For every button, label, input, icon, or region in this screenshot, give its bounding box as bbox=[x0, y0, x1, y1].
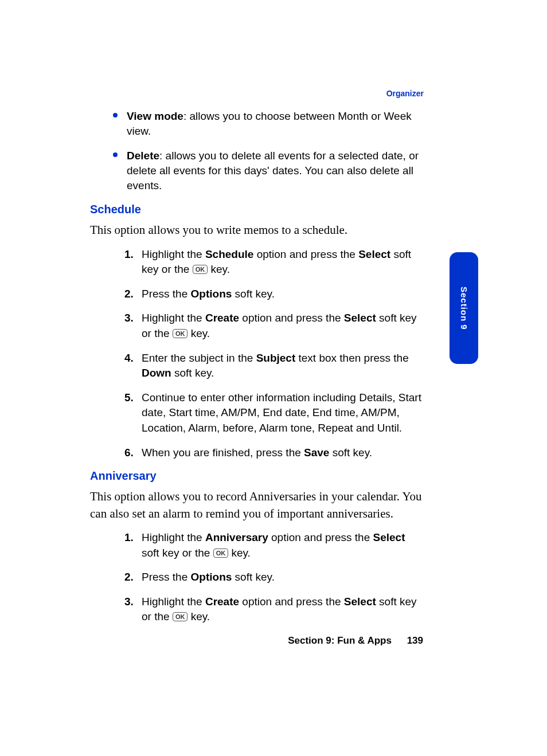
step-text: option and press the bbox=[239, 596, 344, 608]
step-bold: Save bbox=[304, 446, 329, 459]
step-text: soft key or the bbox=[142, 547, 213, 559]
ok-key-icon: OK bbox=[213, 549, 229, 558]
page-content: View mode: allows you to choose between … bbox=[90, 86, 423, 634]
step-bold: Subject bbox=[256, 352, 296, 364]
bullet-list: View mode: allows you to choose between … bbox=[113, 109, 423, 193]
step-bold: Select bbox=[358, 248, 390, 260]
bullet-item-view-mode: View mode: allows you to choose between … bbox=[113, 109, 423, 138]
step-text: option and press the bbox=[268, 531, 373, 543]
step-text: When you are finished, press the bbox=[142, 446, 304, 459]
step-text: key. bbox=[187, 327, 210, 339]
bullet-title: Delete bbox=[127, 150, 159, 162]
bullet-title: View mode bbox=[127, 110, 183, 122]
bullet-icon bbox=[113, 152, 118, 157]
step-bold: Options bbox=[191, 288, 232, 300]
list-item: 5. Continue to enter other information i… bbox=[124, 390, 423, 436]
heading-schedule: Schedule bbox=[90, 203, 423, 216]
list-item: 3. Highlight the Create option and press… bbox=[124, 594, 423, 625]
step-bold: Schedule bbox=[205, 248, 253, 260]
ok-key-icon: OK bbox=[173, 329, 188, 338]
step-text: option and press the bbox=[239, 312, 344, 324]
step-number: 3. bbox=[124, 311, 134, 326]
step-number: 3. bbox=[124, 594, 134, 610]
intro-anniversary: This option allows you to record Anniver… bbox=[90, 488, 423, 522]
step-number: 2. bbox=[124, 570, 134, 585]
footer-section-label: Section 9: Fun & Apps bbox=[288, 635, 392, 646]
step-bold: Options bbox=[191, 571, 232, 583]
bullet-item-delete: Delete: allows you to delete all events … bbox=[113, 148, 423, 193]
step-bold: Create bbox=[205, 596, 239, 608]
anniversary-steps: 1. Highlight the Anniversary option and … bbox=[124, 530, 423, 625]
footer-page-number: 139 bbox=[407, 635, 423, 646]
step-text: Press the bbox=[142, 288, 191, 300]
list-item: 2. Press the Options soft key. bbox=[124, 570, 423, 585]
step-number: 4. bbox=[124, 351, 134, 366]
step-text: key. bbox=[208, 263, 230, 275]
step-number: 1. bbox=[124, 530, 134, 546]
step-bold: Select bbox=[344, 312, 376, 324]
step-text: Highlight the bbox=[142, 248, 205, 260]
section-side-tab: Section 9 bbox=[450, 252, 478, 364]
step-text: Highlight the bbox=[142, 596, 205, 608]
list-item: 1. Highlight the Schedule option and pre… bbox=[124, 247, 423, 277]
step-text: soft key. bbox=[329, 446, 372, 459]
step-text: key. bbox=[187, 610, 210, 622]
step-number: 2. bbox=[124, 287, 134, 302]
step-text: soft key. bbox=[171, 367, 214, 379]
step-text: Press the bbox=[142, 571, 191, 583]
step-number: 1. bbox=[124, 247, 134, 263]
side-tab-label: Section 9 bbox=[459, 287, 469, 330]
step-text: Enter the subject in the bbox=[142, 352, 256, 364]
step-text: soft key. bbox=[232, 571, 275, 583]
list-item: 1. Highlight the Anniversary option and … bbox=[124, 530, 423, 561]
step-bold: Create bbox=[205, 312, 239, 324]
step-number: 5. bbox=[124, 390, 134, 406]
list-item: 3. Highlight the Create option and press… bbox=[124, 311, 423, 341]
heading-anniversary: Anniversary bbox=[90, 469, 423, 483]
step-text: key. bbox=[228, 547, 251, 559]
step-text: Highlight the bbox=[142, 312, 205, 324]
list-item: 2. Press the Options soft key. bbox=[124, 287, 423, 302]
page-footer: Section 9: Fun & Apps 139 bbox=[0, 635, 423, 647]
bullet-text: : allows you to delete all events for a … bbox=[127, 150, 419, 191]
step-number: 6. bbox=[124, 445, 134, 461]
step-bold: Select bbox=[373, 531, 405, 543]
ok-key-icon: OK bbox=[173, 612, 188, 621]
ok-key-icon: OK bbox=[193, 265, 208, 274]
schedule-steps: 1. Highlight the Schedule option and pre… bbox=[124, 247, 423, 461]
step-bold: Down bbox=[142, 367, 171, 379]
step-text: soft key. bbox=[232, 288, 275, 300]
intro-schedule: This option allows you to write memos to… bbox=[90, 222, 423, 238]
step-text: text box then press the bbox=[295, 352, 409, 364]
list-item: 4. Enter the subject in the Subject text… bbox=[124, 351, 423, 381]
step-text: Continue to enter other information incl… bbox=[142, 391, 421, 434]
step-text: option and press the bbox=[253, 248, 358, 260]
bullet-icon bbox=[113, 113, 118, 117]
list-item: 6. When you are finished, press the Save… bbox=[124, 445, 423, 461]
step-text: Highlight the bbox=[142, 531, 205, 543]
step-bold: Select bbox=[344, 596, 376, 608]
step-bold: Anniversary bbox=[205, 531, 268, 543]
